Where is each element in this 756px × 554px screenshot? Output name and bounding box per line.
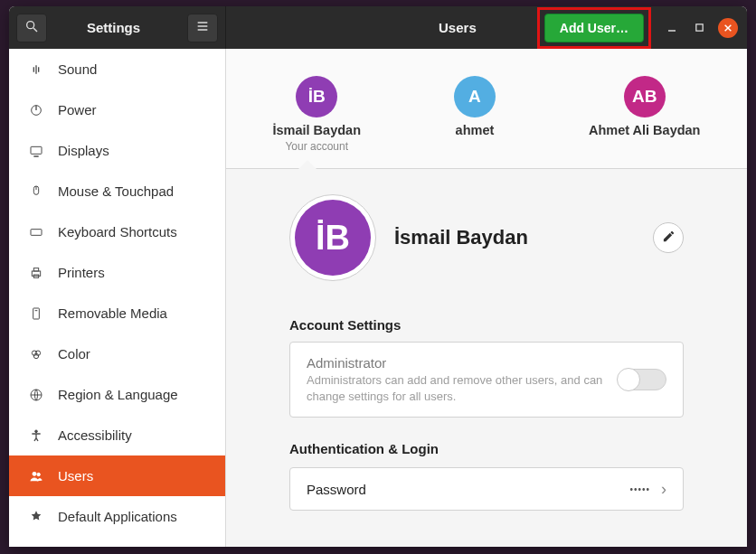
user-chip-name: Ahmet Ali Baydan: [589, 123, 701, 137]
maximize-button[interactable]: [691, 20, 707, 36]
printers-icon: [29, 266, 45, 280]
window-controls: [664, 18, 738, 38]
svg-point-30: [37, 473, 40, 475]
svg-rect-22: [33, 308, 40, 319]
user-chip[interactable]: İBİsmail BaydanYour account: [272, 76, 361, 153]
administrator-row: Administrator Administrators can add and…: [289, 342, 684, 418]
sidebar-item-printers[interactable]: Printers: [9, 252, 225, 293]
search-button[interactable]: [16, 14, 47, 42]
hamburger-icon: [195, 19, 210, 37]
user-chip-sub: Your account: [285, 140, 348, 153]
sidebar-item-label: Removable Media: [58, 305, 167, 321]
defaults-icon: [29, 510, 45, 524]
sidebar-item-label: Accessibility: [58, 427, 132, 443]
region-icon: [29, 388, 45, 402]
add-user-button[interactable]: Add User…: [544, 14, 644, 42]
users-strip: İBİsmail BaydanYour accountAahmetABAhmet…: [226, 49, 747, 169]
pencil-icon: [662, 230, 676, 247]
password-mask: •••••: [629, 484, 650, 494]
sidebar-item-label: Color: [58, 346, 90, 362]
sidebar-item-sound[interactable]: Sound: [9, 49, 225, 89]
sidebar-item-label: Users: [58, 468, 93, 484]
user-chip-name: ahmet: [456, 123, 495, 137]
sidebar[interactable]: SoundPowerDisplaysMouse & TouchpadKeyboa…: [9, 49, 226, 547]
svg-rect-15: [31, 229, 42, 235]
sound-icon: [29, 62, 45, 77]
svg-point-29: [33, 472, 36, 475]
search-icon: [24, 19, 39, 37]
menu-button[interactable]: [187, 14, 218, 42]
svg-rect-20: [33, 268, 38, 270]
avatar: İB: [296, 76, 337, 117]
minimize-button[interactable]: [664, 20, 680, 36]
sidebar-item-label: Default Applications: [58, 509, 177, 524]
sidebar-item-media[interactable]: Removable Media: [9, 293, 225, 333]
sidebar-item-label: Mouse & Touchpad: [58, 183, 174, 199]
sidebar-item-color[interactable]: Color: [9, 333, 225, 374]
sidebar-item-defaults[interactable]: Default Applications: [9, 496, 225, 537]
mouse-icon: [29, 184, 45, 199]
sidebar-item-region[interactable]: Region & Language: [9, 374, 225, 415]
headerbar: Settings Users Add User…: [9, 6, 747, 49]
administrator-toggle[interactable]: [618, 369, 666, 390]
headerbar-right: Users Add User…: [226, 6, 747, 49]
avatar-large: İB: [295, 200, 371, 276]
password-label: Password: [307, 482, 629, 497]
svg-point-0: [27, 21, 34, 28]
displays-icon: [29, 144, 45, 158]
admin-description: Administrators can add and remove other …: [307, 372, 605, 404]
admin-title: Administrator: [307, 355, 618, 371]
svg-rect-6: [695, 24, 702, 31]
account-settings-heading: Account Settings: [289, 317, 684, 333]
accessibility-icon: [29, 428, 45, 443]
sidebar-item-power[interactable]: Power: [9, 89, 225, 130]
avatar-button[interactable]: İB: [289, 194, 376, 281]
settings-window: Settings Users Add User… SoundPowerDispl…: [9, 6, 747, 547]
sidebar-item-datetime[interactable]: Date & Time: [9, 537, 225, 547]
svg-line-1: [33, 28, 37, 32]
sidebar-item-label: Displays: [58, 143, 109, 158]
sidebar-item-label: Region & Language: [58, 387, 178, 402]
profile-name: İsmail Baydan: [394, 226, 635, 249]
avatar: A: [454, 76, 496, 117]
headerbar-left: Settings: [9, 6, 226, 49]
svg-point-28: [35, 430, 38, 433]
power-icon: [29, 103, 45, 117]
sidebar-item-accessibility[interactable]: Accessibility: [9, 415, 225, 455]
svg-rect-11: [31, 146, 42, 154]
toggle-knob: [617, 368, 640, 391]
sidebar-item-label: Printers: [58, 265, 105, 280]
sidebar-item-label: Keyboard Shortcuts: [58, 224, 177, 239]
content-pane: İBİsmail BaydanYour accountAahmetABAhmet…: [226, 49, 747, 547]
sidebar-item-label: Power: [58, 102, 97, 117]
window-body: SoundPowerDisplaysMouse & TouchpadKeyboa…: [9, 49, 747, 547]
close-button[interactable]: [718, 18, 738, 38]
password-row[interactable]: Password ••••• ›: [289, 467, 684, 511]
admin-text: Administrator Administrators can add and…: [307, 355, 618, 404]
edit-name-button[interactable]: [653, 222, 684, 253]
add-user-wrap: Add User…: [544, 14, 644, 42]
auth-heading: Authentication & Login: [289, 441, 684, 456]
svg-rect-19: [32, 271, 40, 276]
sidebar-item-keyboard[interactable]: Keyboard Shortcuts: [9, 211, 225, 252]
selected-user-indicator: [298, 160, 317, 169]
keyboard-icon: [29, 225, 45, 239]
user-chip[interactable]: ABAhmet Ali Baydan: [589, 76, 701, 137]
app-title: Settings: [47, 20, 180, 35]
chevron-right-icon: ›: [661, 480, 666, 499]
users-icon: [29, 469, 45, 484]
user-detail: İB İsmail Baydan Account Settings Admini…: [226, 169, 747, 511]
sidebar-item-label: Sound: [58, 61, 97, 77]
user-chip-name: İsmail Baydan: [272, 123, 361, 137]
user-chip[interactable]: Aahmet: [454, 76, 496, 137]
media-icon: [29, 306, 45, 321]
sidebar-item-users[interactable]: Users: [9, 455, 225, 496]
sidebar-item-mouse[interactable]: Mouse & Touchpad: [9, 171, 225, 211]
sidebar-item-displays[interactable]: Displays: [9, 130, 225, 171]
panel-title: Users: [226, 20, 526, 35]
avatar: AB: [624, 76, 666, 117]
profile-row: İB İsmail Baydan: [289, 194, 684, 281]
color-icon: [29, 347, 45, 362]
